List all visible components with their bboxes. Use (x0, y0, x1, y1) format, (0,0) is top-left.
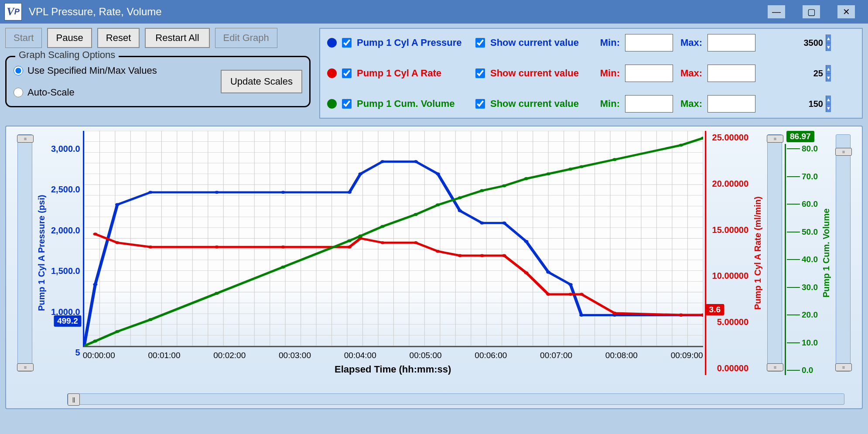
plot-svg (84, 131, 703, 346)
window-title: VPL Pressure, Rate, Volume (29, 6, 162, 18)
start-button[interactable]: Start (5, 28, 42, 48)
min-input-pressure[interactable]: ▲▼ (625, 34, 673, 51)
show-current-pressure[interactable] (475, 38, 485, 48)
svg-point-73 (458, 209, 462, 212)
svg-point-93 (458, 254, 462, 257)
pause-button[interactable]: Pause (47, 28, 92, 48)
svg-point-65 (148, 191, 153, 194)
radio-use-specified-input[interactable] (14, 66, 23, 75)
y-axis-label-volume: Pump 1 Cum. Volume (820, 131, 833, 375)
series-enable-rate[interactable] (342, 68, 352, 78)
series-name-volume: Pump 1 Cum. Volume (357, 98, 470, 109)
chart-container: ≡ ≡ Pump 1 Cyl A Pressure (psi) 3,000.02… (5, 126, 863, 409)
radio-use-specified[interactable]: Use Specified Min/Max Values (14, 65, 157, 76)
svg-point-109 (347, 239, 352, 243)
spinner-icon[interactable]: ▲▼ (826, 65, 831, 82)
show-current-label-rate: Show current value (490, 68, 591, 79)
radio-auto-scale[interactable]: Auto-Scale (14, 87, 157, 98)
y-axis-ticks-pressure: 3,000.02,500.02,000.01,500.01,000.05 (48, 131, 83, 375)
spinner-icon[interactable]: ▲▼ (826, 96, 831, 112)
svg-point-92 (436, 250, 440, 253)
max-label-rate: Max: (678, 68, 702, 79)
series-dot-volume (327, 99, 337, 109)
series-name-rate: Pump 1 Cyl A Rate (357, 68, 470, 79)
graph-scaling-title: Graph Scaling Options (15, 49, 119, 61)
slider-thumb-icon[interactable]: ≡ (767, 363, 783, 371)
svg-point-75 (502, 222, 506, 225)
svg-point-105 (115, 330, 120, 333)
svg-point-72 (436, 172, 440, 175)
svg-point-111 (380, 225, 385, 228)
svg-point-86 (215, 246, 219, 249)
svg-point-85 (148, 246, 153, 249)
restart-all-button[interactable]: Restart All (145, 28, 209, 48)
window-minimize-icon[interactable]: — (768, 5, 785, 18)
show-current-volume[interactable] (475, 99, 485, 109)
svg-point-101 (679, 314, 683, 317)
max-field-rate[interactable] (708, 68, 826, 79)
max-input-volume[interactable]: ▲▼ (707, 95, 755, 113)
max-label-pressure: Max: (678, 37, 702, 48)
show-current-rate[interactable] (475, 68, 485, 78)
svg-point-95 (502, 254, 506, 257)
series-dot-pressure (327, 38, 337, 48)
x-axis-ticks: 00:00:0000:01:0000:02:0000:03:0000:04:00… (83, 347, 703, 360)
max-field-pressure[interactable] (708, 38, 826, 48)
svg-point-90 (380, 241, 385, 244)
max-input-pressure[interactable]: ▲▼ (707, 34, 755, 51)
y-axis-ticks-volume: 80.070.060.050.040.030.020.010.00.0 (786, 144, 820, 375)
radio-use-specified-label: Use Specified Min/Max Values (27, 65, 157, 76)
y-axis-ticks-rate: 25.0000020.0000015.0000010.000005.000000… (705, 131, 751, 375)
svg-point-107 (215, 292, 219, 295)
right-vertical-slider[interactable]: ≡ ≡ (836, 134, 851, 372)
max-field-volume[interactable] (708, 99, 826, 109)
window-maximize-icon[interactable]: ▢ (803, 5, 820, 18)
slider-thumb-icon[interactable]: ≡ (835, 363, 852, 371)
left-vertical-slider[interactable]: ≡ ≡ (17, 134, 32, 372)
min-label-pressure: Min: (596, 37, 620, 48)
app-logo: VP (4, 3, 22, 21)
reset-button[interactable]: Reset (97, 28, 140, 48)
plot-area[interactable]: 499.2 3.6 (83, 131, 703, 347)
radio-auto-scale-input[interactable] (14, 88, 23, 97)
svg-point-99 (579, 293, 584, 296)
y-axis-label-rate: Pump 1 Cyl A Rate (ml/min) (751, 131, 765, 375)
toolbar: Start Pause Reset Restart All Edit Graph (5, 28, 311, 48)
slider-thumb-icon[interactable]: ≡ (17, 135, 34, 143)
show-current-label-volume: Show current value (490, 98, 591, 109)
svg-point-119 (568, 167, 573, 171)
svg-point-110 (358, 235, 362, 238)
series-row-rate: Pump 1 Cyl A Rate Show current value Min… (327, 65, 855, 82)
max-input-rate[interactable]: ▲▼ (707, 65, 755, 82)
slider-thumb-icon[interactable]: ≡ (835, 148, 852, 156)
horizontal-scrollbar[interactable]: || (67, 393, 844, 405)
svg-point-106 (148, 318, 153, 321)
svg-point-121 (612, 158, 617, 161)
svg-point-108 (281, 266, 285, 269)
titlebar: VP VPL Pressure, Rate, Volume — ▢ ✕ (0, 0, 868, 24)
window-close-icon[interactable]: ✕ (837, 5, 855, 18)
svg-point-66 (215, 191, 219, 194)
slider-thumb-icon[interactable]: ≡ (17, 363, 34, 371)
series-enable-volume[interactable] (342, 99, 352, 109)
svg-point-94 (480, 254, 484, 257)
scrollbar-thumb-icon[interactable]: || (68, 393, 80, 406)
svg-point-87 (281, 246, 285, 249)
min-input-rate[interactable]: ▲▼ (625, 65, 673, 82)
svg-point-115 (480, 189, 484, 192)
min-input-volume[interactable]: ▲▼ (625, 95, 673, 113)
svg-point-116 (502, 185, 506, 188)
spinner-icon[interactable]: ▲▼ (826, 34, 831, 51)
svg-point-114 (458, 196, 462, 199)
x-axis-label: Elapsed Time (hh:mm:ss) (83, 364, 703, 375)
graph-scaling-groupbox: Graph Scaling Options Use Specified Min/… (5, 56, 311, 107)
svg-point-112 (413, 213, 418, 216)
edit-graph-button[interactable]: Edit Graph (215, 28, 277, 48)
current-value-badge-pressure: 499.2 (54, 315, 82, 327)
update-scales-button[interactable]: Update Scales (221, 70, 302, 93)
middle-vertical-slider[interactable]: ≡ ≡ (767, 134, 782, 372)
slider-thumb-icon[interactable]: ≡ (767, 135, 783, 143)
svg-point-64 (115, 203, 120, 206)
svg-point-76 (524, 240, 528, 243)
series-enable-pressure[interactable] (342, 38, 352, 48)
